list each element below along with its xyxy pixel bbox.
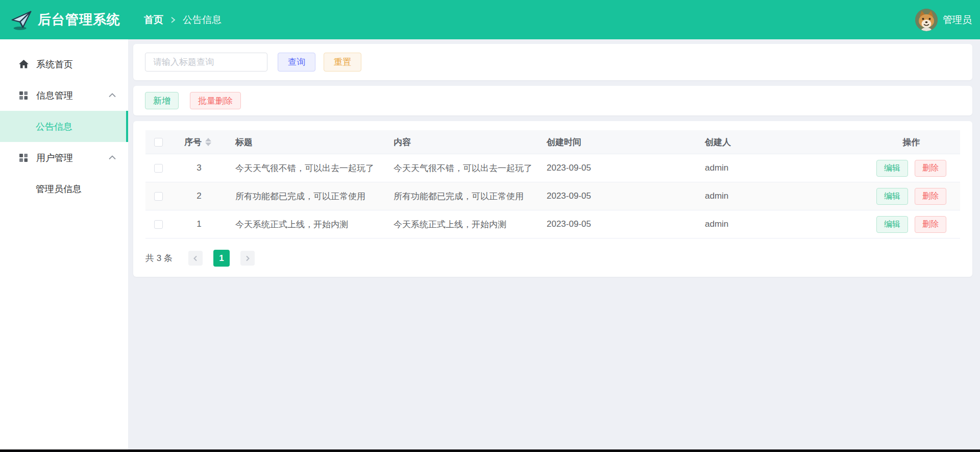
grid-icon — [18, 152, 29, 163]
app-title: 后台管理系统 — [38, 11, 120, 29]
sidebar-item-admin-info[interactable]: 管理员信息 — [0, 173, 128, 204]
row-checkbox[interactable] — [154, 192, 163, 201]
cell-index: 3 — [171, 163, 227, 173]
user-avatar[interactable] — [915, 9, 938, 31]
edit-button[interactable]: 编辑 — [876, 160, 908, 177]
toolbar-card: 新增 批量删除 — [133, 86, 972, 115]
breadcrumb-current: 公告信息 — [183, 13, 222, 27]
user-area[interactable]: 管理员 — [915, 9, 972, 31]
announcement-table: 序号 标题 内容 创建时间 创建人 操作 3 今天天气很不错，可以出去一起玩了 … — [145, 130, 960, 239]
home-icon — [18, 59, 29, 69]
reset-button[interactable]: 重置 — [324, 53, 361, 72]
delete-button[interactable]: 删除 — [915, 160, 946, 177]
sort-carets-icon[interactable] — [205, 138, 211, 146]
sidebar-item-announcement-info[interactable]: 公告信息 — [0, 111, 128, 142]
cell-creator: admin — [697, 191, 863, 201]
chevron-up-icon — [108, 152, 117, 163]
sidebar-item-label: 信息管理 — [36, 89, 73, 102]
table-body: 3 今天天气很不错，可以出去一起玩了 今天天气很不错，可以出去一起玩了 2023… — [145, 154, 960, 239]
cell-creator: admin — [697, 163, 863, 173]
cell-title: 今天天气很不错，可以出去一起玩了 — [227, 162, 385, 174]
app-logo-paper-plane-icon — [9, 8, 34, 32]
search-card: 查询 重置 — [133, 44, 972, 80]
sidebar-item-label: 系统首页 — [36, 58, 73, 70]
sidebar-item-system-home[interactable]: 系统首页 — [0, 49, 128, 80]
user-name: 管理员 — [943, 13, 972, 27]
column-header-content: 内容 — [385, 136, 538, 148]
breadcrumb: 首页 公告信息 — [144, 13, 222, 27]
top-header: 后台管理系统 首页 公告信息 — [0, 0, 980, 39]
sidebar-item-label: 用户管理 — [36, 152, 73, 164]
cell-content: 今天系统正式上线，开始内测 — [385, 219, 538, 230]
sidebar-item-info-management[interactable]: 信息管理 — [0, 80, 128, 111]
cell-created-at: 2023-09-05 — [538, 191, 697, 201]
row-checkbox[interactable] — [154, 220, 163, 229]
chevron-up-icon — [108, 90, 117, 101]
add-button[interactable]: 新增 — [145, 92, 179, 109]
sidebar-item-user-management[interactable]: 用户管理 — [0, 142, 128, 173]
column-header-creator: 创建人 — [697, 136, 863, 148]
pagination-total: 共 3 条 — [145, 252, 173, 264]
sidebar: 系统首页 信息管理 公告信息 — [0, 39, 128, 452]
query-button[interactable]: 查询 — [278, 53, 315, 72]
cell-created-at: 2023-09-05 — [538, 219, 697, 229]
bottom-window-edge — [0, 449, 980, 452]
column-header-actions: 操作 — [863, 136, 960, 148]
cell-title: 所有功能都已完成，可以正常使用 — [227, 191, 385, 202]
pagination-next-button[interactable] — [240, 251, 255, 266]
cell-index: 1 — [171, 219, 227, 229]
table-card: 序号 标题 内容 创建时间 创建人 操作 3 今天天气很不错，可以出去一起玩了 … — [133, 121, 972, 277]
pagination-page-1[interactable]: 1 — [213, 250, 230, 267]
pagination: 共 3 条 1 — [145, 250, 960, 267]
table-header-row: 序号 标题 内容 创建时间 创建人 操作 — [145, 130, 960, 154]
table-row: 1 今天系统正式上线，开始内测 今天系统正式上线，开始内测 2023-09-05… — [145, 210, 960, 239]
edit-button[interactable]: 编辑 — [876, 188, 908, 205]
column-header-title: 标题 — [227, 136, 385, 148]
cell-created-at: 2023-09-05 — [538, 163, 697, 173]
sidebar-item-label: 公告信息 — [36, 121, 72, 133]
edit-button[interactable]: 编辑 — [876, 216, 908, 233]
title-search-input[interactable] — [145, 53, 267, 72]
main-content: 查询 重置 新增 批量删除 序号 标题 内容 创建时间 创建人 — [128, 39, 980, 452]
sidebar-item-label: 管理员信息 — [36, 183, 82, 195]
delete-button[interactable]: 删除 — [915, 188, 946, 205]
cell-content: 今天天气很不错，可以出去一起玩了 — [385, 162, 538, 174]
table-row: 2 所有功能都已完成，可以正常使用 所有功能都已完成，可以正常使用 2023-0… — [145, 182, 960, 210]
cell-index: 2 — [171, 191, 227, 201]
table-row: 3 今天天气很不错，可以出去一起玩了 今天天气很不错，可以出去一起玩了 2023… — [145, 154, 960, 182]
batch-delete-button[interactable]: 批量删除 — [190, 92, 241, 109]
column-header-index[interactable]: 序号 — [171, 136, 227, 148]
delete-button[interactable]: 删除 — [915, 216, 946, 233]
row-checkbox[interactable] — [154, 164, 163, 173]
breadcrumb-home[interactable]: 首页 — [144, 13, 163, 27]
pagination-prev-button[interactable] — [188, 251, 203, 266]
grid-icon — [18, 90, 29, 101]
cell-title: 今天系统正式上线，开始内测 — [227, 219, 385, 230]
cell-creator: admin — [697, 219, 863, 229]
select-all-checkbox[interactable] — [154, 138, 163, 147]
column-header-created-at: 创建时间 — [538, 136, 697, 148]
cell-content: 所有功能都已完成，可以正常使用 — [385, 191, 538, 202]
chevron-right-icon — [169, 16, 177, 24]
